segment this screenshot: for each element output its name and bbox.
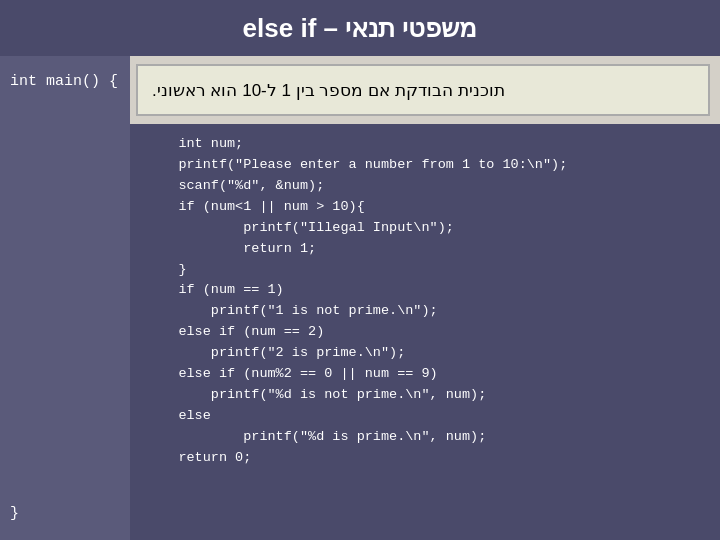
sidebar-bottom-code: } [0, 498, 130, 540]
sidebar-top-code: int main() { [0, 56, 130, 98]
slide: משפטי תנאי – else if int main() { } תוכנ… [0, 0, 720, 540]
slide-title: משפטי תנאי – else if [0, 0, 720, 56]
description-box: תוכנית הבודקת אם מספר בין 1 ל-10 הוא ראש… [136, 64, 710, 116]
main-code-block: int num; printf("Please enter a number f… [130, 124, 720, 540]
